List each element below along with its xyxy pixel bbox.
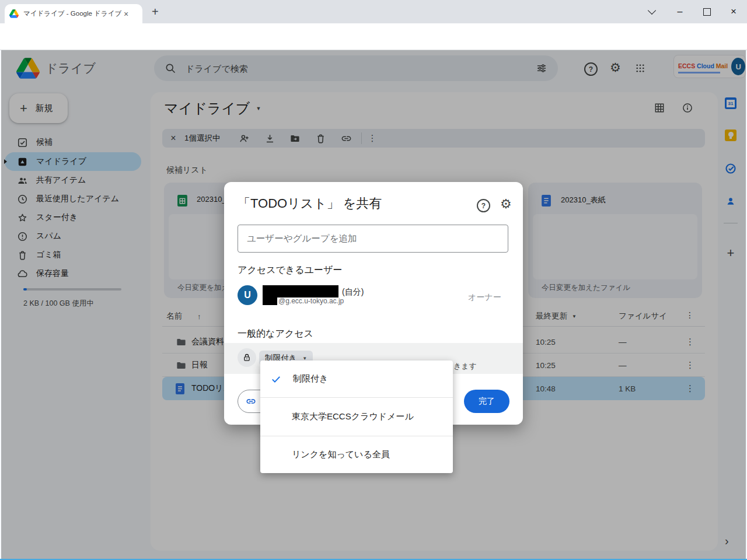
browser-window: マイドライブ - Google ドライブ × + – × ← → drive.g… <box>0 0 747 560</box>
done-button[interactable]: 完了 <box>464 390 509 413</box>
redacted-owner-name <box>263 285 338 298</box>
menu-item-eccs-domain[interactable]: 東京大学ECCSクラウドメール <box>260 398 453 436</box>
new-tab-button[interactable]: + <box>152 6 159 18</box>
close-window-button[interactable]: × <box>725 5 742 19</box>
dialog-title: 「TODOリスト」 を共有 <box>238 195 382 212</box>
maximize-button[interactable] <box>698 5 715 19</box>
browser-titlebar: マイドライブ - Google ドライブ × + – × <box>0 0 747 23</box>
owner-email-suffix: @g.ecc.u-tokyo.ac.jp <box>278 297 344 305</box>
restricted-lock-icon <box>238 348 256 367</box>
people-with-access-heading: アクセスできるユーザー <box>238 264 342 276</box>
owner-self-label: (自分) <box>342 287 364 298</box>
redacted-owner-email <box>263 298 277 305</box>
drive-favicon-icon <box>9 9 19 18</box>
menu-item-restricted[interactable]: 制限付き <box>260 360 453 397</box>
add-people-input[interactable] <box>238 225 508 253</box>
owner-avatar: U <box>238 285 257 305</box>
access-description-partial: きます <box>453 361 477 372</box>
minimize-button[interactable]: – <box>671 5 689 19</box>
link-icon <box>246 396 256 407</box>
browser-tab[interactable]: マイドライブ - Google ドライブ × <box>5 4 142 23</box>
access-level-menu: 制限付き 東京大学ECCSクラウドメール リンクを知っている全員 <box>260 360 453 473</box>
selected-check-icon <box>270 373 282 385</box>
tab-title: マイドライブ - Google ドライブ <box>23 9 124 18</box>
dialog-settings-gear-icon[interactable]: ⚙ <box>500 197 512 212</box>
tab-close-icon[interactable]: × <box>124 10 128 18</box>
browser-toolbar: ← → drive.google.com/drive/my-drive ☆ U … <box>0 23 747 50</box>
menu-item-anyone-with-link[interactable]: リンクを知っている全員 <box>260 436 453 473</box>
dialog-help-icon[interactable]: ? <box>477 199 490 212</box>
tab-search-chevron-icon[interactable] <box>643 5 661 19</box>
owner-role-label: オーナー <box>468 292 501 303</box>
general-access-heading: 一般的なアクセス <box>238 328 313 340</box>
